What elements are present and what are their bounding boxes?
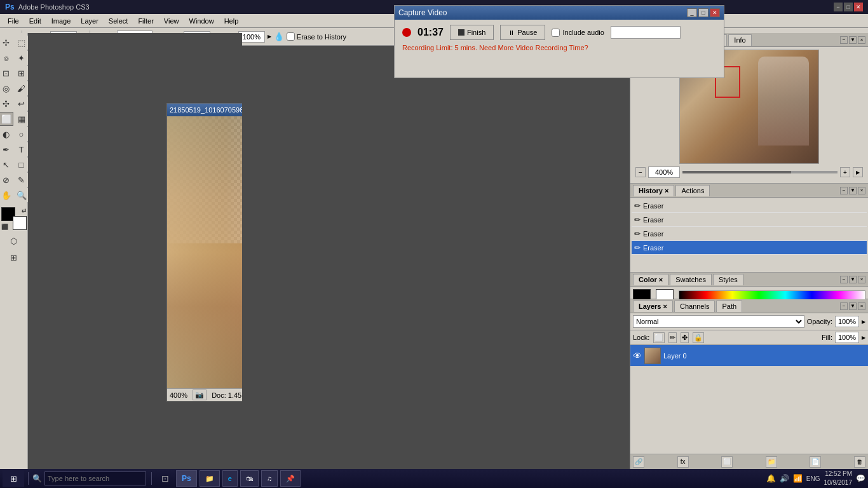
history-close[interactable]: ×	[858, 187, 865, 194]
menu-window[interactable]: Window	[184, 16, 219, 26]
lock-image-icon[interactable]: ✏	[668, 332, 677, 343]
search-input[interactable]	[44, 471, 146, 485]
layer-new-button[interactable]: 📄	[810, 456, 821, 468]
flow-input[interactable]	[238, 31, 265, 43]
zoom-tool[interactable]: 🔍	[15, 188, 29, 202]
selection-tool[interactable]: ⬚	[15, 36, 29, 50]
menu-view[interactable]: View	[159, 16, 184, 26]
notifications-icon[interactable]: 🔔	[766, 474, 776, 483]
capture-text-input[interactable]	[611, 26, 681, 39]
tab-swatches[interactable]: Swatches	[670, 274, 712, 285]
zoom-in-button[interactable]: +	[840, 167, 850, 177]
path-select-tool[interactable]: ↖	[0, 158, 13, 172]
color-menu[interactable]: ▼	[849, 276, 857, 283]
layer-link-button[interactable]: 🔗	[633, 456, 644, 468]
default-colors-icon[interactable]: ⬛	[1, 224, 8, 230]
menu-edit[interactable]: Edit	[24, 16, 46, 26]
taskbar-app-sticky[interactable]: 📌	[280, 470, 301, 487]
pause-button[interactable]: ⏸ Pause	[500, 25, 545, 40]
hand-tool[interactable]: ✋	[0, 188, 13, 202]
fill-input[interactable]	[835, 332, 859, 343]
brush-tool[interactable]: 🖌	[15, 81, 29, 95]
menu-select[interactable]: Select	[104, 16, 133, 26]
layer-opacity-input[interactable]	[835, 316, 859, 327]
color-close[interactable]: ×	[858, 276, 865, 283]
close-button[interactable]: ✕	[854, 3, 863, 11]
layer-visibility-eye[interactable]: 👁	[633, 351, 642, 361]
history-menu[interactable]: ▼	[849, 187, 857, 194]
menu-help[interactable]: Help	[219, 16, 244, 26]
swap-colors-icon[interactable]: ⇄	[22, 207, 27, 214]
layer-style-button[interactable]: fx	[677, 456, 689, 468]
screen-mode-icon[interactable]: ⊞	[7, 250, 21, 264]
minimize-button[interactable]: −	[834, 3, 843, 11]
magic-wand-tool[interactable]: ✦	[15, 51, 29, 65]
notes-tool[interactable]: ✎	[15, 173, 29, 187]
capture-minimize-button[interactable]: _	[687, 8, 697, 17]
color-collapse[interactable]: −	[840, 276, 848, 283]
history-item-3[interactable]: ✏ Eraser	[632, 227, 867, 241]
zoom-out-button[interactable]: −	[635, 167, 646, 177]
move-tool[interactable]: ✢	[0, 36, 13, 50]
nav-panel-menu[interactable]: ▼	[849, 36, 857, 44]
history-brush-tool[interactable]: ↩	[15, 97, 29, 111]
erase-to-history-checkbox[interactable]	[287, 32, 295, 41]
action-center-icon[interactable]: 💬	[856, 474, 865, 483]
crop-tool[interactable]: ⊡	[0, 66, 13, 80]
history-item-4[interactable]: ✏ Eraser	[632, 241, 867, 255]
lock-position-icon[interactable]: ✤	[681, 332, 689, 343]
blur-tool[interactable]: ◐	[0, 127, 13, 141]
dodge-tool[interactable]: ○	[15, 127, 29, 141]
background-color-swatch[interactable]	[13, 216, 27, 230]
gradient-tool[interactable]: ▦	[15, 112, 29, 126]
menu-layer[interactable]: Layer	[76, 16, 104, 26]
quick-mask-icon[interactable]: ⬡	[7, 234, 21, 248]
tab-color[interactable]: Color ×	[633, 274, 668, 285]
layer-mask-button[interactable]: ⬜	[721, 456, 733, 468]
history-item-1[interactable]: ✏ Eraser	[632, 199, 867, 213]
history-item-2[interactable]: ✏ Eraser	[632, 213, 867, 227]
layers-close[interactable]: ×	[858, 302, 865, 310]
lock-all-icon[interactable]: 🔒	[693, 332, 704, 343]
text-tool[interactable]: T	[15, 142, 29, 156]
layers-collapse[interactable]: −	[840, 302, 848, 310]
taskbar-app-store[interactable]: 🛍	[240, 470, 259, 487]
shape-tool[interactable]: □	[15, 158, 29, 172]
nav-panel-collapse[interactable]: −	[840, 36, 848, 44]
lock-transparency-icon[interactable]: ⬜	[653, 332, 665, 343]
task-view-button[interactable]: ⊡	[157, 470, 173, 487]
tab-channels[interactable]: Channels	[674, 301, 715, 312]
volume-icon[interactable]: 🔊	[780, 474, 789, 483]
layer-delete-button[interactable]: 🗑	[854, 456, 865, 468]
zoom-input[interactable]	[648, 166, 680, 178]
taskbar-app-music[interactable]: ♫	[261, 470, 278, 487]
pen-tool[interactable]: ✒	[0, 142, 13, 156]
tab-info[interactable]: Info	[728, 34, 751, 46]
eyedropper-tool[interactable]: ⊘	[0, 173, 13, 187]
nav-panel-close[interactable]: ×	[858, 36, 865, 44]
clone-tool[interactable]: ✣	[0, 97, 13, 111]
taskbar-app-edge[interactable]: e	[222, 470, 238, 487]
capture-maximize-button[interactable]: □	[698, 8, 709, 17]
menu-file[interactable]: File	[3, 16, 24, 26]
tab-layers[interactable]: Layers ×	[633, 301, 673, 312]
menu-filter[interactable]: Filter	[133, 16, 158, 26]
taskbar-app-explorer[interactable]: 📁	[200, 470, 220, 487]
eraser-tool[interactable]: ⬜	[0, 112, 13, 126]
finish-button[interactable]: Finish	[450, 25, 494, 40]
tab-paths[interactable]: Path	[716, 301, 742, 312]
tab-actions[interactable]: Actions	[675, 185, 710, 196]
heal-tool[interactable]: ◎	[0, 81, 13, 95]
lasso-tool[interactable]: ⌾	[0, 51, 13, 65]
tab-styles[interactable]: Styles	[713, 274, 743, 285]
include-audio-checkbox[interactable]	[552, 29, 560, 37]
capture-close-button[interactable]: ✕	[710, 8, 720, 17]
zoom-btn-icon[interactable]: 📷	[193, 390, 207, 400]
maximize-button[interactable]: □	[844, 3, 853, 11]
history-collapse[interactable]: −	[840, 187, 848, 194]
layer-item-0[interactable]: 👁 Layer 0	[630, 345, 868, 367]
start-button[interactable]: ⊞	[3, 470, 24, 487]
slice-tool[interactable]: ⊞	[15, 66, 29, 80]
network-icon[interactable]: 📶	[793, 474, 803, 483]
tab-history[interactable]: History ×	[633, 185, 674, 196]
